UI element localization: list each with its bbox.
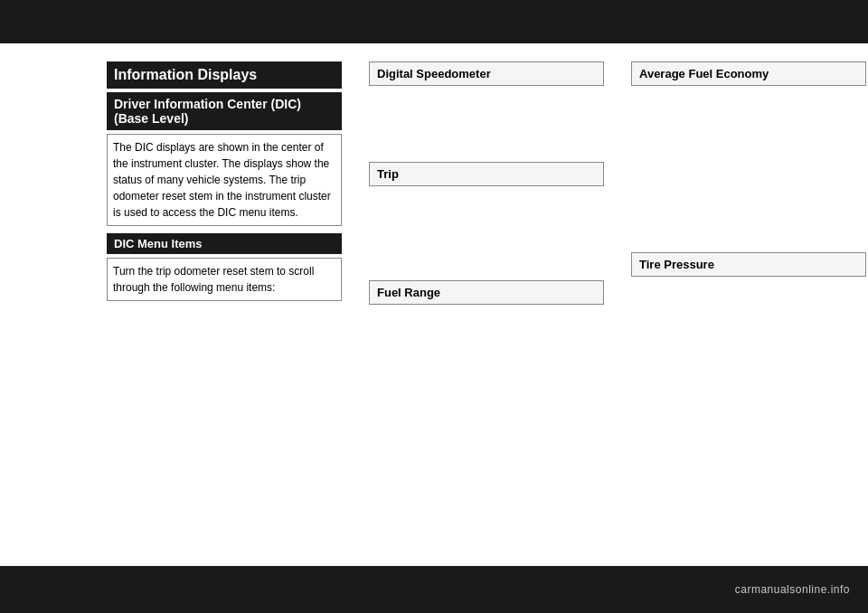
left-column: Information Displays Driver Information …: [107, 61, 342, 548]
fuel-range-label: Fuel Range: [369, 280, 604, 305]
right-column: Average Fuel Economy Tire Pressure: [631, 61, 866, 548]
sub-title: Driver Information Center (DIC) (Base Le…: [107, 92, 342, 130]
content-area: Information Displays Driver Information …: [0, 43, 868, 566]
spacer-4: [631, 180, 866, 252]
trip-label: Trip: [369, 162, 604, 186]
middle-column: Digital Speedometer Trip Fuel Range: [369, 61, 604, 548]
dic-menu-body: Turn the trip odometer reset stem to scr…: [107, 258, 342, 301]
footer-logo: carmanualsonline.info: [735, 583, 850, 596]
tire-pressure-label: Tire Pressure: [631, 252, 866, 277]
footer-bar: carmanualsonline.info: [0, 566, 868, 613]
dic-description: The DIC displays are shown in the center…: [107, 134, 342, 226]
spacer-2: [369, 190, 604, 280]
digital-speedometer-label: Digital Speedometer: [369, 61, 604, 86]
avg-fuel-economy-label: Average Fuel Economy: [631, 61, 866, 86]
page-container: Information Displays Driver Information …: [0, 0, 868, 613]
header-bar: [0, 0, 868, 43]
main-title: Information Displays: [107, 61, 342, 89]
spacer-3: [631, 90, 866, 180]
dic-menu-title: DIC Menu Items: [107, 233, 342, 254]
spacer-1: [369, 90, 604, 162]
